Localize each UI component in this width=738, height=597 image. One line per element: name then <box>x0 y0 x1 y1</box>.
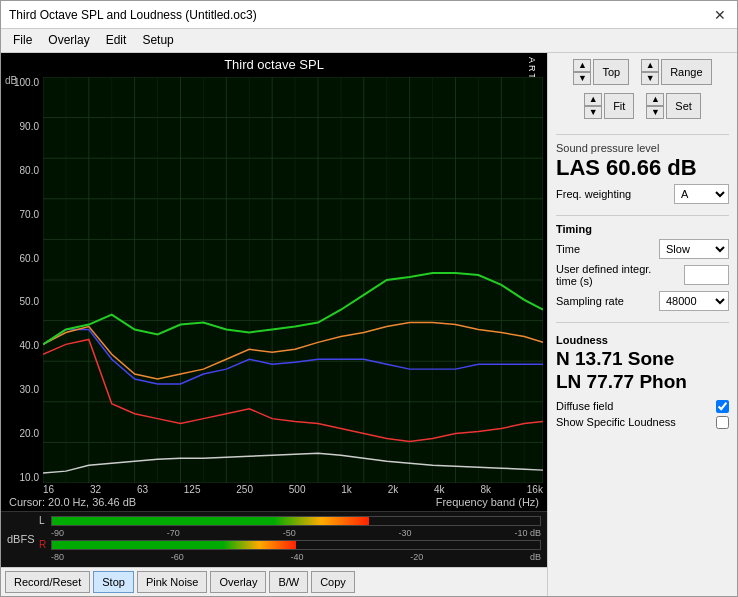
dbfs-section: dBFS L -90 -70 -50 <box>1 511 547 567</box>
sampling-rate-label: Sampling rate <box>556 295 624 307</box>
x-label-250: 250 <box>236 484 253 495</box>
main-window: Third Octave SPL and Loudness (Untitled.… <box>0 0 738 597</box>
y-label-10: 10.0 <box>5 472 39 483</box>
x-label-2k: 2k <box>388 484 399 495</box>
y-label-60: 60.0 <box>5 253 39 264</box>
diffuse-field-checkbox[interactable] <box>716 400 729 413</box>
freq-weighting-select[interactable]: A B C Z <box>674 184 729 204</box>
menu-bar: File Overlay Edit Setup <box>1 29 737 53</box>
menu-setup[interactable]: Setup <box>134 31 181 50</box>
range-button[interactable]: Range <box>661 59 711 85</box>
y-label-90: 90.0 <box>5 121 39 132</box>
y-label-40: 40.0 <box>5 340 39 351</box>
main-content: Third octave SPL ARTA dB 100.0 90.0 80.0… <box>1 53 737 596</box>
x-label-16k: 16k <box>527 484 543 495</box>
top-range-controls: ▲ ▼ Top ▲ ▼ Range <box>556 59 729 85</box>
x-label-500: 500 <box>289 484 306 495</box>
freq-weighting-label: Freq. weighting <box>556 188 631 200</box>
R-label: R <box>39 539 49 550</box>
y-label-20: 20.0 <box>5 428 39 439</box>
loudness-ln-value: LN 77.77 Phon <box>556 371 729 394</box>
menu-file[interactable]: File <box>5 31 40 50</box>
x-label-125: 125 <box>184 484 201 495</box>
tick-L-70: -70 <box>167 528 180 538</box>
show-specific-label: Show Specific Loudness <box>556 416 676 428</box>
y-axis-title: dB <box>5 75 17 86</box>
overlay-button[interactable]: Overlay <box>210 571 266 593</box>
y-label-50: 50.0 <box>5 296 39 307</box>
fit-up-button[interactable]: ▲ <box>584 93 602 106</box>
loudness-section: Loudness N 13.71 Sone LN 77.77 Phon Diff… <box>556 334 729 429</box>
top-button[interactable]: Top <box>593 59 629 85</box>
cursor-info-bar: Cursor: 20.0 Hz, 36.46 dB Frequency band… <box>5 495 543 509</box>
tick-R-20: -20 <box>410 552 423 562</box>
pink-noise-button[interactable]: Pink Noise <box>137 571 208 593</box>
L-level-fill <box>52 517 369 525</box>
tick-L-10: -10 dB <box>514 528 541 538</box>
set-button[interactable]: Set <box>666 93 701 119</box>
cursor-info: Cursor: 20.0 Hz, 36.46 dB <box>9 496 136 508</box>
copy-button[interactable]: Copy <box>311 571 355 593</box>
x-label-8k: 8k <box>480 484 491 495</box>
top-up-button[interactable]: ▲ <box>573 59 591 72</box>
menu-edit[interactable]: Edit <box>98 31 135 50</box>
fit-down-button[interactable]: ▼ <box>584 106 602 119</box>
right-panel: ▲ ▼ Top ▲ ▼ Range <box>547 53 737 596</box>
bw-button[interactable]: B/W <box>269 571 308 593</box>
time-select[interactable]: Fast Slow Impulse <box>659 239 729 259</box>
tick-R-80: -80 <box>51 552 64 562</box>
tick-L-90: -90 <box>51 528 64 538</box>
range-up-button[interactable]: ▲ <box>641 59 659 72</box>
show-specific-checkbox[interactable] <box>716 416 729 429</box>
loudness-label: Loudness <box>556 334 729 346</box>
y-label-80: 80.0 <box>5 165 39 176</box>
bottom-buttons: Record/Reset Stop Pink Noise Overlay B/W… <box>1 567 547 596</box>
chart-area: Third octave SPL ARTA dB 100.0 90.0 80.0… <box>1 53 547 596</box>
y-axis: dB 100.0 90.0 80.0 70.0 60.0 50.0 40.0 3… <box>5 77 43 483</box>
L-label: L <box>39 515 49 526</box>
set-up-button[interactable]: ▲ <box>646 93 664 106</box>
time-label: Time <box>556 243 580 255</box>
chart-title: Third octave SPL <box>224 57 324 72</box>
dbfs-label: dBFS <box>7 533 35 545</box>
record-reset-button[interactable]: Record/Reset <box>5 571 90 593</box>
tick-R-db: dB <box>530 552 541 562</box>
diffuse-field-label: Diffuse field <box>556 400 613 412</box>
close-button[interactable]: ✕ <box>711 6 729 24</box>
y-label-30: 30.0 <box>5 384 39 395</box>
x-label-4k: 4k <box>434 484 445 495</box>
loudness-n-value: N 13.71 Sone <box>556 348 729 371</box>
range-down-button[interactable]: ▼ <box>641 72 659 85</box>
x-label-63: 63 <box>137 484 148 495</box>
timing-label: Timing <box>556 223 729 235</box>
title-bar: Third Octave SPL and Loudness (Untitled.… <box>1 1 737 29</box>
spl-section-label: Sound pressure level <box>556 142 729 154</box>
user-integr-label: User defined integr. time (s) <box>556 263 656 287</box>
x-label-1k: 1k <box>341 484 352 495</box>
freq-band-label: Frequency band (Hz) <box>436 496 539 508</box>
tick-L-30: -30 <box>399 528 412 538</box>
user-integr-input[interactable]: 10 <box>684 265 729 285</box>
fit-set-controls: ▲ ▼ Fit ▲ ▼ Set <box>556 93 729 119</box>
timing-section: Timing Time Fast Slow Impulse User defin… <box>556 223 729 315</box>
x-label-16: 16 <box>43 484 54 495</box>
plot-area[interactable] <box>43 77 543 483</box>
top-down-button[interactable]: ▼ <box>573 72 591 85</box>
y-label-70: 70.0 <box>5 209 39 220</box>
set-down-button[interactable]: ▼ <box>646 106 664 119</box>
tick-R-40: -40 <box>290 552 303 562</box>
fit-button[interactable]: Fit <box>604 93 634 119</box>
tick-L-50: -50 <box>283 528 296 538</box>
x-label-32: 32 <box>90 484 101 495</box>
menu-overlay[interactable]: Overlay <box>40 31 97 50</box>
window-title: Third Octave SPL and Loudness (Untitled.… <box>9 8 257 22</box>
x-axis: 16 32 63 125 250 500 1k 2k 4k 8k 16k <box>5 483 543 495</box>
spl-section: Sound pressure level LAS 60.66 dB Freq. … <box>556 142 729 208</box>
tick-R-60: -60 <box>171 552 184 562</box>
sampling-rate-select[interactable]: 44100 48000 96000 <box>659 291 729 311</box>
spl-value: LAS 60.66 dB <box>556 156 729 180</box>
chart-svg <box>43 77 543 483</box>
R-level-fill <box>52 541 296 549</box>
stop-button[interactable]: Stop <box>93 571 134 593</box>
